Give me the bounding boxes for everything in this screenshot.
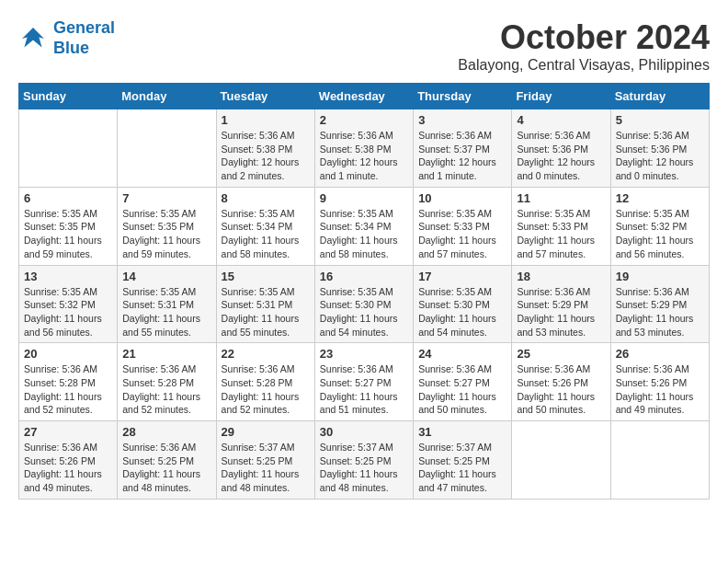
day-number: 14 — [122, 270, 210, 283]
day-info: Sunrise: 5:35 AM Sunset: 5:31 PM Dayligh… — [222, 285, 310, 339]
table-row: 27Sunrise: 5:36 AM Sunset: 5:26 PM Dayli… — [19, 421, 118, 500]
day-number: 18 — [517, 270, 605, 283]
day-number: 23 — [320, 347, 408, 361]
day-number: 19 — [616, 270, 704, 283]
table-row: 30Sunrise: 5:37 AM Sunset: 5:25 PM Dayli… — [314, 421, 413, 500]
day-info: Sunrise: 5:35 AM Sunset: 5:35 PM Dayligh… — [24, 207, 112, 261]
day-info: Sunrise: 5:35 AM Sunset: 5:32 PM Dayligh… — [616, 207, 704, 261]
day-number: 12 — [616, 191, 704, 205]
day-number: 28 — [122, 425, 210, 439]
month-title: October 2024 — [458, 18, 710, 57]
day-number: 3 — [418, 113, 506, 127]
table-row — [610, 421, 709, 500]
day-number: 8 — [222, 191, 310, 205]
day-info: Sunrise: 5:35 AM Sunset: 5:31 PM Dayligh… — [122, 285, 210, 339]
calendar-week-row: 6Sunrise: 5:35 AM Sunset: 5:35 PM Daylig… — [19, 187, 710, 265]
day-info: Sunrise: 5:36 AM Sunset: 5:38 PM Dayligh… — [222, 129, 310, 183]
day-info: Sunrise: 5:36 AM Sunset: 5:37 PM Dayligh… — [418, 129, 506, 183]
calendar-week-row: 13Sunrise: 5:35 AM Sunset: 5:32 PM Dayli… — [19, 265, 710, 343]
table-row: 20Sunrise: 5:36 AM Sunset: 5:28 PM Dayli… — [19, 343, 118, 421]
logo-icon — [18, 24, 48, 53]
table-row: 19Sunrise: 5:36 AM Sunset: 5:29 PM Dayli… — [610, 265, 709, 343]
table-row: 9Sunrise: 5:35 AM Sunset: 5:34 PM Daylig… — [314, 187, 413, 265]
day-info: Sunrise: 5:36 AM Sunset: 5:28 PM Dayligh… — [222, 362, 310, 417]
table-row: 1Sunrise: 5:36 AM Sunset: 5:38 PM Daylig… — [216, 109, 314, 188]
logo-line1: General — [53, 18, 115, 37]
day-info: Sunrise: 5:37 AM Sunset: 5:25 PM Dayligh… — [222, 441, 310, 495]
day-number: 10 — [418, 191, 506, 205]
title-block: October 2024 Balayong, Central Visayas, … — [458, 18, 710, 74]
table-row: 6Sunrise: 5:35 AM Sunset: 5:35 PM Daylig… — [19, 187, 118, 265]
table-row: 16Sunrise: 5:35 AM Sunset: 5:30 PM Dayli… — [314, 265, 413, 343]
table-row: 2Sunrise: 5:36 AM Sunset: 5:38 PM Daylig… — [314, 109, 413, 188]
calendar-week-row: 27Sunrise: 5:36 AM Sunset: 5:26 PM Dayli… — [19, 421, 710, 500]
day-info: Sunrise: 5:35 AM Sunset: 5:30 PM Dayligh… — [418, 285, 506, 339]
col-wednesday: Wednesday — [314, 84, 413, 109]
day-info: Sunrise: 5:36 AM Sunset: 5:28 PM Dayligh… — [24, 362, 112, 417]
logo-line2: Blue — [53, 39, 89, 57]
table-row: 11Sunrise: 5:35 AM Sunset: 5:33 PM Dayli… — [512, 187, 610, 265]
table-row: 10Sunrise: 5:35 AM Sunset: 5:33 PM Dayli… — [414, 187, 512, 265]
table-row: 12Sunrise: 5:35 AM Sunset: 5:32 PM Dayli… — [610, 187, 709, 265]
day-number: 30 — [320, 425, 408, 439]
table-row: 21Sunrise: 5:36 AM Sunset: 5:28 PM Dayli… — [118, 343, 216, 421]
day-info: Sunrise: 5:35 AM Sunset: 5:33 PM Dayligh… — [517, 207, 605, 261]
table-row: 5Sunrise: 5:36 AM Sunset: 5:36 PM Daylig… — [610, 109, 709, 188]
table-row: 17Sunrise: 5:35 AM Sunset: 5:30 PM Dayli… — [414, 265, 512, 343]
day-number: 21 — [122, 347, 210, 361]
day-number: 13 — [24, 270, 112, 283]
col-sunday: Sunday — [19, 84, 118, 109]
day-info: Sunrise: 5:36 AM Sunset: 5:27 PM Dayligh… — [418, 362, 506, 417]
logo-text: General Blue — [53, 18, 115, 58]
location-title: Balayong, Central Visayas, Philippines — [458, 57, 710, 74]
day-number: 16 — [320, 270, 408, 283]
day-number: 26 — [616, 347, 704, 361]
day-info: Sunrise: 5:36 AM Sunset: 5:29 PM Dayligh… — [616, 285, 704, 339]
day-info: Sunrise: 5:36 AM Sunset: 5:36 PM Dayligh… — [616, 129, 704, 183]
table-row: 3Sunrise: 5:36 AM Sunset: 5:37 PM Daylig… — [414, 109, 512, 188]
day-info: Sunrise: 5:35 AM Sunset: 5:34 PM Dayligh… — [320, 207, 408, 261]
table-row: 31Sunrise: 5:37 AM Sunset: 5:25 PM Dayli… — [414, 421, 512, 500]
svg-marker-0 — [22, 28, 44, 48]
calendar-week-row: 20Sunrise: 5:36 AM Sunset: 5:28 PM Dayli… — [19, 343, 710, 421]
day-info: Sunrise: 5:37 AM Sunset: 5:25 PM Dayligh… — [418, 441, 506, 495]
col-friday: Friday — [512, 84, 610, 109]
table-row — [512, 421, 610, 500]
day-info: Sunrise: 5:35 AM Sunset: 5:35 PM Dayligh… — [122, 207, 210, 261]
day-info: Sunrise: 5:35 AM Sunset: 5:32 PM Dayligh… — [24, 285, 112, 339]
day-number: 11 — [517, 191, 605, 205]
table-row: 14Sunrise: 5:35 AM Sunset: 5:31 PM Dayli… — [118, 265, 216, 343]
table-row: 7Sunrise: 5:35 AM Sunset: 5:35 PM Daylig… — [118, 187, 216, 265]
day-info: Sunrise: 5:36 AM Sunset: 5:26 PM Dayligh… — [24, 441, 112, 495]
day-number: 17 — [418, 270, 506, 283]
day-info: Sunrise: 5:36 AM Sunset: 5:25 PM Dayligh… — [122, 441, 210, 495]
calendar-table: Sunday Monday Tuesday Wednesday Thursday… — [18, 83, 710, 500]
day-number: 7 — [122, 191, 210, 205]
day-number: 25 — [517, 347, 605, 361]
day-number: 6 — [24, 191, 112, 205]
day-info: Sunrise: 5:36 AM Sunset: 5:36 PM Dayligh… — [517, 129, 605, 183]
calendar-header-row: Sunday Monday Tuesday Wednesday Thursday… — [19, 84, 710, 109]
day-number: 31 — [418, 425, 506, 439]
day-number: 5 — [616, 113, 704, 127]
day-info: Sunrise: 5:36 AM Sunset: 5:27 PM Dayligh… — [320, 362, 408, 417]
table-row: 22Sunrise: 5:36 AM Sunset: 5:28 PM Dayli… — [216, 343, 314, 421]
day-number: 22 — [222, 347, 310, 361]
table-row — [19, 109, 118, 188]
col-saturday: Saturday — [610, 84, 709, 109]
day-number: 9 — [320, 191, 408, 205]
col-tuesday: Tuesday — [216, 84, 314, 109]
table-row: 4Sunrise: 5:36 AM Sunset: 5:36 PM Daylig… — [512, 109, 610, 188]
day-info: Sunrise: 5:35 AM Sunset: 5:30 PM Dayligh… — [320, 285, 408, 339]
day-number: 29 — [222, 425, 310, 439]
table-row: 8Sunrise: 5:35 AM Sunset: 5:34 PM Daylig… — [216, 187, 314, 265]
day-info: Sunrise: 5:36 AM Sunset: 5:28 PM Dayligh… — [122, 362, 210, 417]
table-row: 26Sunrise: 5:36 AM Sunset: 5:26 PM Dayli… — [610, 343, 709, 421]
day-number: 4 — [517, 113, 605, 127]
day-number: 27 — [24, 425, 112, 439]
col-monday: Monday — [118, 84, 216, 109]
day-info: Sunrise: 5:36 AM Sunset: 5:26 PM Dayligh… — [517, 362, 605, 417]
day-info: Sunrise: 5:35 AM Sunset: 5:34 PM Dayligh… — [222, 207, 310, 261]
day-info: Sunrise: 5:37 AM Sunset: 5:25 PM Dayligh… — [320, 441, 408, 495]
page-header: General Blue October 2024 Balayong, Cent… — [18, 18, 710, 74]
